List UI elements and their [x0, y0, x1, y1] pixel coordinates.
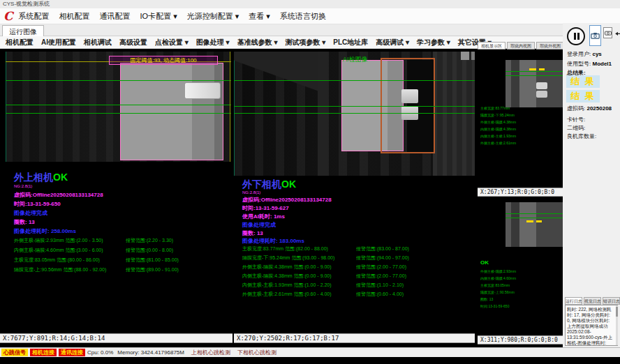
measurement-value: 主极宽度:83.77mm 范围:(82.00 - 88.00) — [242, 245, 328, 252]
tool-camera-config[interactable]: 相机配置 — [6, 38, 34, 47]
thumb-bottom-viewport[interactable]: OK 外侧主极-隔膜:2.93mm 内侧主极-隔膜:4.60mm 主极宽度:83… — [478, 197, 564, 335]
app-window: CYS-视觉检测系统 C 系统配置 相机配置 通讯配置 IO卡配置 ▾ 光源控制… — [0, 0, 620, 364]
tab-connector-shape — [184, 82, 221, 99]
tool-plc-address[interactable]: PLC地址库 — [333, 38, 368, 47]
qr-code-label: 二维码: — [567, 125, 585, 131]
model-label: 使用型号: — [567, 61, 591, 67]
tool-advanced-settings[interactable]: 高级设置 — [119, 38, 147, 47]
log-scrollbar-thumb[interactable] — [616, 307, 618, 317]
measurement-value: 隔膜宽度-下:95.24mm 范围:(93.00 - 98.00) — [242, 255, 334, 261]
tool-image-processing[interactable]: 图像处理 ▾ — [196, 38, 230, 47]
middle-result-overlay: 外下相机OK NG:2.8(1) 虚拟码:Offline202502081331… — [234, 176, 475, 333]
app-logo-icon: C — [3, 9, 13, 23]
log-textbox[interactable]: 耗时: 222, 网络检测耗时: 17, 网络分类耗时: 0, 网络模块分区耗时… — [565, 305, 618, 346]
alarm-range: 报警范围:(2.00 - 77.00) — [356, 264, 406, 271]
alarm-range: 报警范围:(0.60 - 4.00) — [356, 291, 404, 298]
right-sidebar: 登录用户: cys 使用型号: Model1 总结果: 结 果 结 果 虚拟码:… — [563, 23, 620, 347]
camera-snapshot-button[interactable] — [603, 27, 612, 38]
middle-camera-viewport[interactable]: AI检图像 — [234, 52, 475, 176]
result-indicator-2: 结 果 — [566, 90, 600, 103]
measure-line — [505, 213, 564, 214]
tool-advanced-debug[interactable]: 高级调试 ▾ — [376, 38, 409, 47]
elapsed-text: 图像处理耗时: 258.00ms — [14, 227, 76, 235]
middle-camera-title: 外下相机OK — [242, 179, 296, 191]
left-result-overlay: 外上相机OK NG:2.8(1) 虚拟码:Offline202502081331… — [6, 162, 231, 333]
camera-capture-button[interactable] — [589, 25, 601, 46]
measurement-row: 主极宽度:83.05mm 范围:(80.00 - 86.00)报警范围:(81.… — [6, 257, 231, 265]
thumb-top-viewport[interactable]: 主极宽度:83.77mm 隔膜宽度-下:95.24mm 外侧主极-隔膜:4.38… — [478, 50, 564, 188]
thumb-text-line: 主极宽度:83.77mm — [480, 106, 510, 110]
return-arrow-icon — [614, 29, 620, 37]
thumb-text-line: 主极宽度:83.05mm — [480, 283, 510, 287]
ng-note: NG:2.8(1) — [242, 190, 260, 195]
thumb-header-tab[interactable]: 相机显示区 — [478, 42, 505, 50]
camera-name: 外下相机 — [242, 179, 281, 190]
pin-number-row: 卡针号: — [567, 116, 585, 123]
measurement-row: 隔膜宽度-下:95.24mm 范围:(93.00 - 98.00)报警范围:(9… — [234, 255, 475, 263]
tool-baseline-params[interactable]: 基准线参数 ▾ — [237, 38, 278, 47]
measurement-row: 隔膜宽度-上:90.56mm 范围:(88.00 - 92.00)报警范围:(8… — [6, 266, 231, 275]
machinery-right — [433, 52, 475, 176]
log-tab-error[interactable]: 错误日志 — [603, 297, 620, 305]
log-tab-vision[interactable]: 视觉日志 — [584, 297, 601, 305]
elapsed-text: 图像处理耗时: 183.00ms — [242, 237, 304, 245]
thumb-text-line: 时间:13-31-59-650 — [480, 304, 509, 308]
heartbeat-badge: 心跳信号 — [1, 349, 28, 356]
menu-camera-config[interactable]: 相机配置 — [59, 11, 90, 22]
measurement-row: 内侧主极-隔膜:4.38mm 范围:(0.00 - 9.00)报警范围:(2.0… — [234, 273, 475, 281]
model-value: Model1 — [592, 61, 612, 67]
pause-button[interactable] — [567, 27, 585, 45]
measurement-row: 内侧主极-隔膜:4.60mm 范围:(3.00 - 6.00)报警范围:(0.0… — [6, 247, 231, 255]
menu-language-switch[interactable]: 系统语言切换 — [280, 11, 326, 22]
thumb-image — [505, 202, 564, 247]
log-scrollbar[interactable] — [616, 305, 618, 345]
camera-connection-badge: 相机连接 — [30, 349, 57, 356]
process-done-text: 图像处理完成 — [242, 221, 276, 229]
left-camera-viewport[interactable]: 固定阈值:93, 动态阈值:100 — [6, 52, 231, 162]
titlebar: CYS-视觉检测系统 — [0, 0, 620, 8]
marker — [536, 220, 542, 222]
left-camera-title: 外上相机OK — [14, 172, 68, 184]
thumb-image — [505, 60, 564, 107]
return-button[interactable] — [614, 28, 620, 38]
menu-light-config[interactable]: 光源控制配置 ▾ — [187, 11, 239, 22]
thumb-tab-outer-view[interactable]: 瑕疵外视图 — [536, 42, 564, 50]
alarm-range: 报警范围:(81.00 - 85.00) — [126, 257, 179, 264]
tool-ai-config[interactable]: AI使用配置 — [41, 38, 76, 47]
tool-spot-check[interactable]: 点检设置 ▾ — [155, 38, 189, 47]
measurement-row: 主极宽度:83.77mm 范围:(82.00 - 88.00)报警范围:(83.… — [234, 245, 475, 254]
ai-time-text: 使用AI耗时: 1ms — [242, 213, 285, 220]
measurement-row: 内侧主极-主极:1.93mm 范围:(1.00 - 2.20)报警范围:(1.1… — [234, 282, 475, 290]
left-coordinate-statusbar: X:7677;Y:891;R:14;G:14;B:14 — [0, 333, 232, 343]
menu-io-config[interactable]: IO卡配置 ▾ — [140, 11, 177, 22]
menu-view[interactable]: 查看 ▾ — [249, 11, 270, 22]
cell-region-box — [120, 63, 223, 160]
tool-test-params[interactable]: 测试项参数 ▾ — [285, 38, 325, 47]
thumb-text-line: 外侧主极-隔膜:4.38mm — [480, 120, 516, 124]
ai-image-label: AI检图像 — [343, 55, 368, 64]
measurement-value: 内侧主极-主极:1.93mm 范围:(1.00 - 2.20) — [242, 282, 332, 289]
alarm-range: 报警范围:(83.00 - 87.00) — [356, 245, 409, 252]
ok-status: OK — [281, 179, 296, 190]
log-tab-run[interactable]: 运行日志 — [565, 297, 582, 305]
pause-icon — [577, 33, 580, 40]
tool-camera-debug[interactable]: 相机调试 — [84, 38, 112, 47]
thumb-top-statusbar: X:267;Y:13;R:0;G:0;B:0 — [478, 188, 564, 197]
thumb-tab-inner-view[interactable]: 瑕疵内视图 — [507, 42, 535, 50]
tool-learning-params[interactable]: 学习参数 ▾ — [417, 38, 450, 47]
virtual-code-row: 虚拟码: 20250208 — [567, 105, 612, 112]
menu-comm-config[interactable]: 通讯配置 — [100, 11, 131, 22]
edge-guide-line — [6, 52, 6, 162]
measurement-value: 主极宽度:83.05mm 范围:(80.00 - 86.00) — [14, 257, 100, 264]
virtual-code-value: 20250208 — [586, 105, 612, 112]
barcode-text: 虚拟码:Offline20250208133134728 — [242, 196, 332, 204]
thumb-text-line: 外侧主极-主极:2.61mm — [480, 141, 516, 145]
model-row: 使用型号: Model1 — [567, 60, 612, 68]
ng-note: NG:2.8(1) — [14, 184, 32, 188]
measurement-row: 外侧主极-隔膜:4.38mm 范围:(0.00 - 9.00)报警范围:(2.0… — [234, 264, 475, 272]
upper-camera-heartbeat-note: 上相机心跳检测 — [191, 349, 230, 356]
thumb-text-line: 外侧主极-隔膜:2.93mm — [480, 269, 516, 273]
measurement-value: 外侧主极-隔膜:2.93mm 范围:(2.00 - 3.50) — [14, 237, 103, 244]
menu-system-config[interactable]: 系统配置 — [19, 11, 50, 22]
measurement-value: 外侧主极-主极:2.61mm 范围:(0.60 - 4.00) — [242, 291, 332, 298]
